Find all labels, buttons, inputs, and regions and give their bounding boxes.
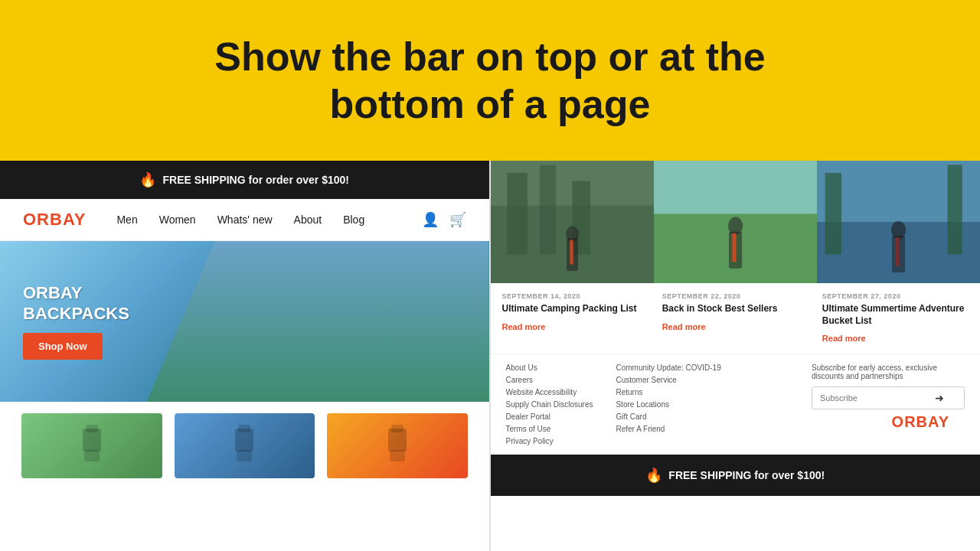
blog-article-3: SEPTEMBER 27, 2020 Ultimate Summertime A… — [818, 292, 972, 344]
blog-scene-3 — [817, 161, 980, 283]
product-orange[interactable] — [327, 413, 468, 478]
nav-icons: 👤 🛒 — [422, 211, 466, 228]
nav-logo[interactable]: ORBAY — [23, 210, 86, 230]
backpack-blue-svg — [229, 421, 260, 471]
backpack-green-svg — [77, 421, 107, 471]
subscribe-input[interactable] — [812, 387, 927, 409]
blog-image-3 — [817, 161, 980, 283]
hero-title: ORBAY BACKPACKS — [23, 283, 129, 324]
subscribe-button[interactable]: ➜ — [927, 387, 952, 409]
footer-col-2: Community Update: COVID-19 Customer Serv… — [616, 364, 720, 445]
footer-terms[interactable]: Terms of Use — [506, 425, 593, 433]
footer-subscribe: Subscribe for early access, exclusive di… — [812, 364, 965, 445]
blog-scene-1 — [491, 161, 654, 283]
svg-rect-22 — [732, 233, 736, 262]
left-panel: 🔥 FREE SHIPPING for order over $100! ORB… — [0, 161, 490, 551]
svg-rect-30 — [895, 237, 899, 266]
bottom-announcement-bar: 🔥 FREE SHIPPING for over $100! — [491, 455, 981, 496]
svg-rect-26 — [825, 173, 841, 255]
blog-image-1 — [491, 161, 654, 283]
blog-article-1: SEPTEMBER 14, 2020 Ultimate Camping Pack… — [498, 292, 652, 344]
svg-rect-8 — [390, 450, 405, 461]
footer-about-us[interactable]: About Us — [506, 364, 593, 372]
footer-links: About Us Careers Website Accessibility S… — [491, 354, 981, 455]
svg-rect-5 — [237, 450, 252, 461]
shop-now-button[interactable]: Shop Now — [23, 333, 103, 360]
backpack-orange-svg — [382, 421, 413, 471]
product-blue[interactable] — [175, 413, 315, 478]
top-banner: Show the bar on top or at the bottom of … — [0, 0, 980, 161]
flame-icon-top: 🔥 — [139, 171, 156, 188]
blog-scene-2 — [654, 161, 817, 283]
svg-rect-11 — [507, 173, 528, 255]
footer-store-locations[interactable]: Store Locations — [616, 400, 720, 409]
footer-col-1: About Us Careers Website Accessibility S… — [506, 364, 593, 445]
footer-careers[interactable]: Careers — [506, 376, 593, 384]
blog-link-3[interactable]: Read more — [822, 334, 866, 343]
footer-dealer-portal[interactable]: Dealer Portal — [506, 412, 593, 421]
subscribe-label: Subscribe for early access, exclusive di… — [812, 364, 965, 380]
headline-line2: bottom of a page — [330, 82, 651, 126]
nav-item-men[interactable]: Men — [116, 213, 137, 227]
blog-articles: SEPTEMBER 14, 2020 Ultimate Camping Pack… — [491, 283, 981, 354]
footer-returns[interactable]: Returns — [616, 388, 720, 396]
svg-rect-19 — [654, 161, 817, 214]
svg-rect-7 — [391, 425, 403, 432]
footer-gift-card[interactable]: Gift Card — [616, 412, 720, 421]
nav-links: Men Women Whats' new About Blog — [116, 213, 421, 227]
nav-item-women[interactable]: Women — [159, 213, 196, 227]
headline: Show the bar on top or at the bottom of … — [214, 33, 765, 129]
blog-images-row — [491, 161, 981, 283]
blog-link-2[interactable]: Read more — [662, 322, 706, 331]
nav-item-blog[interactable]: Blog — [343, 213, 364, 227]
blog-image-2 — [654, 161, 817, 283]
hero-section: ORBAY BACKPACKS Shop Now — [0, 241, 489, 402]
svg-rect-27 — [947, 165, 962, 254]
footer-logo: ORBAY — [892, 413, 949, 431]
right-panel: SEPTEMBER 14, 2020 Ultimate Camping Pack… — [491, 161, 981, 551]
hero-background — [147, 241, 489, 402]
cart-icon[interactable]: 🛒 — [449, 211, 466, 228]
content-area: 🔥 FREE SHIPPING for order over $100! ORB… — [0, 161, 980, 551]
blog-article-2: SEPTEMBER 22, 2020 Back in Stock Best Se… — [658, 292, 812, 344]
svg-rect-12 — [539, 165, 555, 254]
footer-customer-service[interactable]: Customer Service — [616, 376, 720, 384]
footer-supply-chain[interactable]: Supply Chain Disclosures — [506, 400, 593, 409]
bottom-announcement-text: FREE SHIPPING for over $100! — [668, 469, 825, 481]
announcement-text-top: FREE SHIPPING for order over $100! — [162, 174, 349, 186]
navigation: ORBAY Men Women Whats' new About Blog 👤 … — [0, 199, 489, 241]
blog-date-3: SEPTEMBER 27, 2020 — [822, 292, 969, 300]
footer-privacy[interactable]: Privacy Policy — [506, 437, 593, 445]
products-row — [0, 402, 489, 490]
footer-refer[interactable]: Refer A Friend — [616, 425, 720, 433]
blog-title-2: Back in Stock Best Sellers — [662, 303, 808, 315]
svg-rect-16 — [570, 240, 573, 264]
hero-text: ORBAY BACKPACKS Shop Now — [23, 283, 129, 360]
svg-rect-2 — [84, 450, 100, 461]
svg-rect-4 — [238, 425, 250, 432]
blog-title-1: Ultimate Camping Packing List — [502, 303, 648, 315]
footer-accessibility[interactable]: Website Accessibility — [506, 388, 593, 396]
blog-date-2: SEPTEMBER 22, 2020 — [662, 292, 808, 300]
nav-item-whatsnew[interactable]: Whats' new — [217, 213, 273, 227]
headline-line1: Show the bar on top or at the — [214, 34, 765, 79]
flame-icon-bottom: 🔥 — [645, 467, 662, 484]
account-icon[interactable]: 👤 — [422, 211, 439, 228]
blog-date-1: SEPTEMBER 14, 2020 — [502, 292, 648, 300]
product-green[interactable] — [21, 413, 162, 478]
nav-item-about[interactable]: About — [294, 213, 322, 227]
svg-rect-1 — [86, 425, 98, 432]
blog-link-1[interactable]: Read more — [502, 322, 546, 331]
subscribe-form: ➜ — [812, 386, 965, 409]
footer-logo-area: ORBAY — [812, 409, 965, 435]
top-announcement-bar: 🔥 FREE SHIPPING for order over $100! — [0, 161, 489, 199]
blog-title-3: Ultimate Summertime Adventure Bucket Lis… — [822, 303, 969, 327]
footer-community[interactable]: Community Update: COVID-19 — [616, 364, 720, 372]
